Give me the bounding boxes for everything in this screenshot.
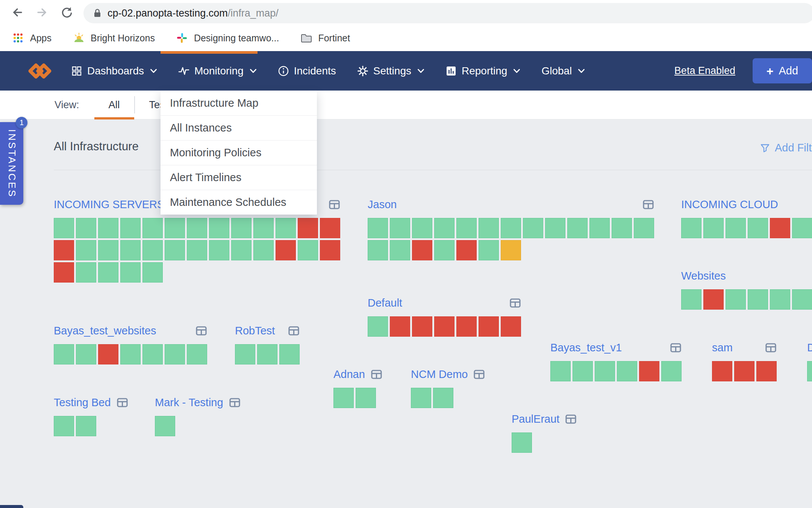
view-tab-all[interactable]: All bbox=[94, 91, 134, 119]
table-view-icon[interactable] bbox=[117, 397, 128, 408]
add-filter-button[interactable]: Add Filter bbox=[760, 142, 812, 154]
instance-square-down[interactable] bbox=[54, 240, 74, 260]
instance-square-up[interactable] bbox=[434, 218, 454, 238]
instance-square-down[interactable] bbox=[703, 289, 724, 310]
instance-square-down[interactable] bbox=[756, 361, 777, 381]
instance-square-up[interactable] bbox=[276, 218, 296, 238]
menu-item-alert-timelines[interactable]: Alert Timelines bbox=[161, 165, 317, 190]
instance-square-up[interactable] bbox=[748, 218, 768, 238]
instance-square-up[interactable] bbox=[368, 240, 388, 260]
nav-item-reporting[interactable]: Reporting bbox=[445, 65, 520, 77]
group-title[interactable]: Mark - Testing bbox=[155, 396, 223, 409]
instance-square-down[interactable] bbox=[639, 361, 659, 381]
instance-square-up[interactable] bbox=[523, 218, 543, 238]
instance-square-down[interactable] bbox=[320, 240, 340, 260]
instance-square-up[interactable] bbox=[98, 218, 118, 238]
group-title[interactable]: PaulEraut bbox=[512, 413, 559, 425]
nav-item-incidents[interactable]: Incidents bbox=[278, 65, 336, 77]
group-title[interactable]: Jason bbox=[368, 198, 397, 211]
instance-square-up[interactable] bbox=[142, 344, 163, 364]
instances-side-tab[interactable]: INSTANCES 1 bbox=[0, 122, 23, 205]
instance-square-down[interactable] bbox=[770, 218, 790, 238]
beta-enabled-link[interactable]: Beta Enabled bbox=[674, 65, 735, 77]
instance-square-up[interactable] bbox=[76, 218, 96, 238]
instance-square-up[interactable] bbox=[120, 240, 141, 260]
table-view-icon[interactable] bbox=[642, 199, 654, 210]
bottom-tab-peek[interactable] bbox=[0, 505, 23, 508]
instance-square-down[interactable] bbox=[734, 361, 754, 381]
instance-square-down[interactable] bbox=[320, 218, 340, 238]
table-view-icon[interactable] bbox=[195, 325, 207, 337]
table-view-icon[interactable] bbox=[288, 325, 300, 337]
instance-square-down[interactable] bbox=[479, 316, 499, 337]
group-title[interactable]: INCOMING SERVERS bbox=[54, 198, 164, 211]
group-title[interactable]: INCOMING CLOUD bbox=[681, 198, 778, 211]
instance-square-up[interactable] bbox=[411, 388, 431, 408]
instance-square-up[interactable] bbox=[681, 218, 701, 238]
table-view-icon[interactable] bbox=[565, 413, 577, 425]
instance-square-up[interactable] bbox=[120, 262, 141, 283]
table-view-icon[interactable] bbox=[371, 369, 382, 380]
bookmark-bright-horizons[interactable]: Bright Horizons bbox=[73, 32, 155, 44]
instance-square-up[interactable] bbox=[165, 218, 185, 238]
table-view-icon[interactable] bbox=[473, 369, 485, 380]
instance-square-up[interactable] bbox=[187, 344, 207, 364]
nav-item-dashboards[interactable]: Dashboards bbox=[71, 65, 157, 77]
instance-square-up[interactable] bbox=[209, 218, 229, 238]
panopta-logo-icon[interactable] bbox=[28, 62, 52, 80]
instance-square-up[interactable] bbox=[770, 289, 790, 310]
instance-square-up[interactable] bbox=[567, 218, 588, 238]
instance-square-up[interactable] bbox=[501, 218, 521, 238]
instance-square-up[interactable] bbox=[390, 218, 410, 238]
instance-square-down[interactable] bbox=[298, 218, 318, 238]
instance-square-down[interactable] bbox=[412, 240, 432, 260]
table-view-icon[interactable] bbox=[229, 397, 241, 408]
instance-square-up[interactable] bbox=[412, 218, 432, 238]
table-view-icon[interactable] bbox=[329, 199, 340, 210]
reload-icon[interactable] bbox=[60, 6, 74, 19]
instance-square-up[interactable] bbox=[661, 361, 682, 381]
nav-item-monitoring[interactable]: Monitoring bbox=[178, 65, 257, 77]
instance-square-up[interactable] bbox=[231, 218, 251, 238]
forward-icon[interactable] bbox=[35, 6, 49, 19]
bookmark-apps[interactable]: Apps bbox=[13, 32, 52, 44]
instance-square-up[interactable] bbox=[550, 361, 571, 381]
url-bar[interactable]: cp-02.panopta-testing.com/infra_map/ bbox=[83, 3, 812, 23]
instance-square-up[interactable] bbox=[479, 218, 499, 238]
table-view-icon[interactable] bbox=[765, 342, 777, 354]
instance-square-up[interactable] bbox=[595, 361, 615, 381]
instance-square-up[interactable] bbox=[142, 218, 163, 238]
instance-square-up[interactable] bbox=[368, 316, 388, 337]
instance-square-up[interactable] bbox=[187, 218, 207, 238]
instance-square-up[interactable] bbox=[545, 218, 565, 238]
instance-square-up[interactable] bbox=[792, 289, 812, 310]
instance-square-up[interactable] bbox=[253, 240, 274, 260]
instance-square-up[interactable] bbox=[573, 361, 593, 381]
instance-square-up[interactable] bbox=[748, 289, 768, 310]
instance-square-up[interactable] bbox=[356, 388, 376, 408]
instance-square-up[interactable] bbox=[368, 218, 388, 238]
instance-square-up[interactable] bbox=[209, 240, 229, 260]
instance-square-warning[interactable] bbox=[501, 240, 521, 260]
instance-square-up[interactable] bbox=[155, 416, 175, 436]
instance-square-up[interactable] bbox=[433, 388, 453, 408]
menu-item-monitoring-policies[interactable]: Monitoring Policies bbox=[161, 140, 317, 165]
instance-square-up[interactable] bbox=[98, 262, 118, 283]
instance-square-down[interactable] bbox=[456, 316, 477, 337]
group-title[interactable]: Default bbox=[368, 297, 402, 309]
instance-square-up[interactable] bbox=[187, 240, 207, 260]
instance-square-up[interactable] bbox=[456, 218, 477, 238]
instance-square-up[interactable] bbox=[703, 218, 724, 238]
instance-square-up[interactable] bbox=[54, 416, 74, 436]
nav-item-settings[interactable]: Settings bbox=[357, 65, 424, 77]
instance-square-up[interactable] bbox=[589, 218, 610, 238]
group-title[interactable]: Websites bbox=[681, 270, 726, 282]
instance-square-down[interactable] bbox=[434, 316, 454, 337]
instance-square-up[interactable] bbox=[165, 240, 185, 260]
instance-square-up[interactable] bbox=[54, 344, 74, 364]
instance-square-up[interactable] bbox=[298, 240, 318, 260]
instance-square-up[interactable] bbox=[235, 344, 255, 364]
instance-square-up[interactable] bbox=[726, 218, 746, 238]
instance-square-down[interactable] bbox=[390, 316, 410, 337]
instance-square-up[interactable] bbox=[142, 240, 163, 260]
